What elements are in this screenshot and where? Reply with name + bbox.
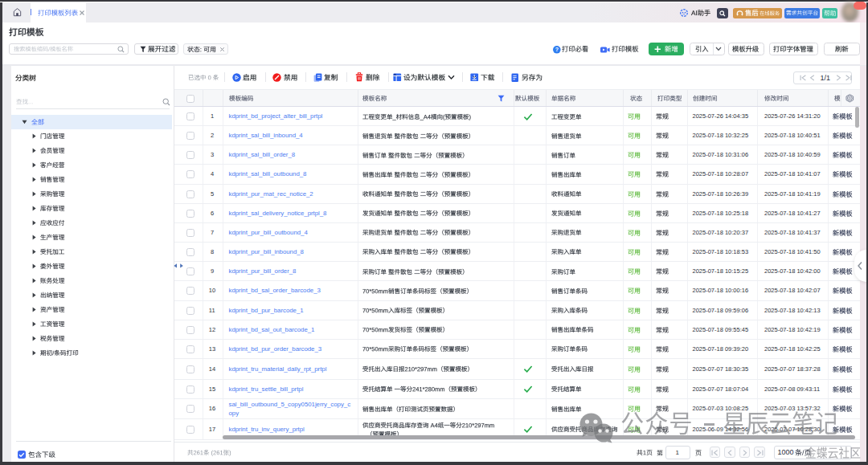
svg-text:?: ? xyxy=(555,47,558,52)
